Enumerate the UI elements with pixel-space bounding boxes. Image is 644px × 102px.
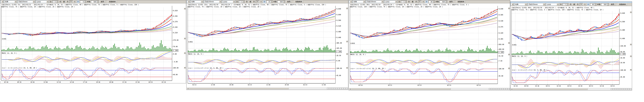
minute-spinner[interactable]: 30⊿ [428, 0, 435, 3]
multi-symbol-button[interactable]: 複数銘柄 [456, 0, 466, 3]
scrollbar-thumb[interactable] [513, 88, 588, 90]
contract-combo[interactable]: 12/03▼ [222, 0, 236, 3]
period-button-0[interactable]: 日 [245, 0, 248, 3]
scrollbar-cell[interactable] [342, 88, 344, 89]
scrollbar-cell[interactable] [499, 88, 501, 90]
section-dropdown-icon[interactable]: ▼ [184, 52, 186, 54]
scrollbar-cell[interactable] [619, 88, 621, 90]
bar-interval-spinner[interactable]: 1⊿ [562, 3, 568, 6]
scrollbar-cell[interactable] [501, 88, 503, 90]
section-dropdown-icon[interactable]: ▼ [508, 42, 510, 44]
section-dropdown-icon[interactable]: ▼ [184, 8, 186, 9]
scrollbar-cell[interactable] [628, 88, 629, 90]
period-button-0[interactable]: 日 [59, 0, 62, 3]
period-button-3[interactable]: 分 [418, 0, 421, 3]
spinner-icon[interactable]: ⊿ [607, 3, 609, 5]
scrollbar-cell[interactable] [611, 88, 613, 90]
scrollbar-cell[interactable] [491, 88, 493, 90]
spinner-icon[interactable]: ⊿ [84, 1, 86, 3]
preset-combo[interactable]: ▼ [349, 0, 352, 3]
scrollbar-thumb[interactable] [189, 88, 289, 89]
scrollbar-cells[interactable] [610, 88, 632, 90]
instrument-type-combo[interactable]: 先物▼ [353, 0, 366, 3]
bar-interval-spinner[interactable]: 1⊿ [401, 0, 407, 3]
period-button-2[interactable]: 月 [576, 3, 579, 6]
scrollbar-track[interactable] [451, 88, 489, 90]
scrollbar-cell[interactable] [338, 88, 339, 89]
instrument-combo[interactable]: 日経225mini▼ [366, 0, 384, 3]
period-button-4[interactable]: T [583, 3, 586, 6]
scroll-left-icon[interactable]: ◄ [349, 88, 351, 90]
period-button-4[interactable]: T [73, 0, 76, 3]
spinner-icon[interactable]: ⊿ [283, 1, 285, 3]
period-button-4[interactable]: T [422, 0, 425, 3]
instrument-combo[interactable]: 日経225mini▼ [18, 0, 36, 3]
scrollbar-cell[interactable] [344, 88, 346, 89]
section-dropdown-icon[interactable]: ▼ [630, 69, 632, 71]
scroll-left-icon[interactable]: ◄ [511, 88, 513, 90]
period-button-2[interactable]: 月 [414, 0, 418, 3]
instrument-type-combo[interactable]: 先物▼ [191, 0, 204, 3]
scrollbar-cell[interactable] [504, 88, 506, 90]
instrument-combo[interactable]: 日経225mini▼ [528, 3, 546, 6]
section-dropdown-icon[interactable]: ▼ [508, 7, 510, 9]
scrollbar-cell[interactable] [489, 88, 491, 90]
period-button-0[interactable]: 日 [569, 3, 572, 6]
period-button-3[interactable]: 分 [70, 0, 72, 3]
instrument-type-combo[interactable]: 先物▼ [514, 3, 527, 6]
scrollbar-cell[interactable] [346, 88, 348, 89]
period-button-3[interactable]: 分 [580, 3, 583, 6]
apply-button[interactable]: 適用 [448, 0, 454, 3]
count-spinner[interactable]: 500⊿ [601, 3, 609, 6]
scrollbar-cell[interactable] [508, 88, 510, 90]
scrollbar-cell[interactable] [615, 88, 617, 90]
horizontal-scrollbar[interactable]: ◄ [349, 88, 510, 90]
scrollbar-cell[interactable] [331, 88, 333, 89]
period-button-1[interactable]: 週 [62, 0, 66, 3]
section-dropdown-icon[interactable]: ▼ [346, 67, 348, 69]
spinner-icon[interactable]: ⊿ [433, 1, 434, 3]
scrollbar-cell[interactable] [495, 88, 497, 90]
scrollbar-cell[interactable] [497, 88, 499, 90]
scrollbar-cell[interactable] [623, 88, 625, 90]
spinner-icon[interactable]: ⊿ [445, 1, 447, 3]
period-button-0[interactable]: 日 [408, 0, 410, 3]
contract-combo[interactable]: 12/03▼ [36, 0, 49, 3]
scrollbar-cells[interactable] [327, 88, 348, 89]
bar-interval-spinner[interactable]: 1⊿ [239, 0, 245, 3]
minute-spinner[interactable]: 15⊿ [266, 0, 272, 3]
spinner-icon[interactable]: ⊿ [594, 3, 596, 5]
instrument-combo[interactable]: 日経225mini▼ [204, 0, 222, 3]
section-dropdown-icon[interactable]: ▼ [630, 44, 632, 45]
spinner-icon[interactable]: ⊿ [566, 3, 568, 5]
scrollbar-cell[interactable] [493, 88, 495, 90]
section-dropdown-icon[interactable]: ▼ [508, 54, 510, 55]
section-dropdown-icon[interactable]: ▼ [630, 11, 632, 13]
section-dropdown-icon[interactable]: ▼ [184, 67, 186, 69]
count-spinner[interactable]: 500⊿ [91, 0, 99, 3]
minute-spinner[interactable]: 5⊿ [80, 0, 86, 3]
scrollbar-cell[interactable] [630, 88, 632, 90]
period-button-2[interactable]: 月 [66, 0, 69, 3]
preset-combo[interactable]: ▼ [187, 0, 190, 3]
bar-interval-spinner[interactable]: 1⊿ [52, 0, 58, 3]
multi-symbol-button[interactable]: 複数銘柄 [618, 3, 627, 6]
preset-combo[interactable]: ▼ [0, 0, 4, 3]
scrollbar-cell[interactable] [327, 88, 329, 89]
contract-combo[interactable]: 12/03▼ [384, 0, 398, 3]
period-button-1[interactable]: 週 [411, 0, 414, 3]
minute-spinner[interactable]: 60⊿ [590, 3, 596, 6]
scrollbar-cell[interactable] [613, 88, 615, 90]
section-dropdown-icon[interactable]: ▼ [346, 41, 348, 42]
scrollbar-cell[interactable] [329, 88, 331, 89]
spinner-icon[interactable]: ⊿ [405, 1, 407, 3]
scrollbar-track[interactable] [289, 88, 327, 89]
scrollbar-cells[interactable] [489, 88, 510, 90]
spinner-icon[interactable]: ⊿ [56, 1, 58, 3]
scrollbar-cell[interactable] [617, 88, 619, 90]
scrollbar-cell[interactable] [506, 88, 508, 90]
spinner-icon[interactable]: ⊿ [270, 1, 272, 3]
instrument-type-combo[interactable]: 先物▼ [4, 0, 17, 3]
spinner-icon[interactable]: ⊿ [97, 1, 98, 3]
scrollbar-cell[interactable] [340, 88, 342, 89]
